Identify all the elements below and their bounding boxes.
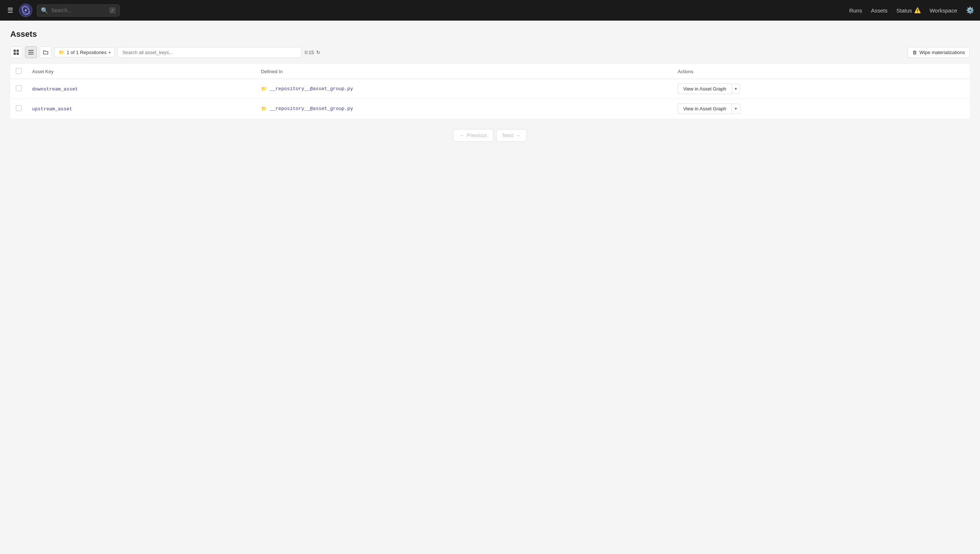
- nav-links: Runs Assets Status ⚠️ Workspace ⚙️: [849, 6, 974, 14]
- svg-rect-9: [28, 52, 34, 53]
- view-toggle-folder[interactable]: [40, 46, 51, 58]
- row-actions-0: View in Asset Graph ▾: [673, 79, 970, 99]
- menu-icon[interactable]: ☰: [6, 5, 15, 16]
- repo-filter-dropdown[interactable]: 📁 1 of 1 Repositories ▾: [54, 48, 115, 57]
- svg-rect-5: [17, 50, 19, 52]
- asset-key-link-0[interactable]: downstream_asset: [32, 86, 78, 92]
- row-checkbox-cell-1: [11, 99, 27, 119]
- refresh-icon[interactable]: ↻: [316, 50, 320, 55]
- view-asset-graph-button-1[interactable]: View in Asset Graph: [678, 103, 731, 114]
- action-dropdown-button-1[interactable]: ▾: [731, 104, 741, 114]
- folder-icon: 📁: [59, 50, 64, 55]
- search-input[interactable]: [51, 7, 106, 13]
- select-all-checkbox[interactable]: [16, 68, 22, 74]
- svg-point-3: [25, 9, 27, 11]
- logo: [19, 4, 32, 17]
- wipe-materializations-button[interactable]: 🗑 Wipe materializations: [908, 47, 970, 58]
- header-defined-in: Defined In: [256, 64, 673, 79]
- navbar: ☰ 🔍 / Runs Assets Status ⚠️ Workspace ⚙️: [0, 0, 980, 21]
- view-toggle-list[interactable]: [25, 46, 37, 58]
- row-asset-key-1: upstream_asset: [27, 99, 256, 119]
- row-actions-1: View in Asset Graph ▾: [673, 99, 970, 119]
- pagination: ← Previous Next →: [10, 129, 970, 142]
- header-asset-key: Asset Key: [27, 64, 256, 79]
- search-bar[interactable]: 🔍 /: [37, 5, 120, 17]
- asset-key-search[interactable]: [117, 47, 302, 58]
- page-content: Assets 📁 1 of 1 Repositories ▾ 0:15: [0, 21, 980, 150]
- svg-rect-8: [28, 50, 34, 51]
- row-defined-in-1: 📁 __repository__@asset_group.py: [256, 99, 673, 119]
- arrow-right-icon: →: [516, 132, 520, 138]
- arrow-left-icon: ←: [460, 132, 464, 138]
- svg-rect-6: [14, 53, 16, 55]
- timer-value: 0:15: [305, 50, 314, 55]
- previous-button[interactable]: ← Previous: [453, 129, 493, 142]
- header-checkbox-col: [11, 64, 27, 79]
- gear-icon[interactable]: ⚙️: [966, 6, 974, 14]
- header-actions: Actions: [673, 64, 970, 79]
- page-title: Assets: [10, 29, 970, 39]
- search-icon: 🔍: [41, 7, 48, 14]
- row-asset-key-0: downstream_asset: [27, 79, 256, 99]
- next-button[interactable]: Next →: [496, 129, 527, 142]
- svg-rect-4: [14, 50, 16, 52]
- nav-runs[interactable]: Runs: [849, 7, 862, 14]
- svg-rect-10: [28, 54, 34, 54]
- wipe-icon: 🗑: [912, 50, 917, 55]
- row-defined-in-0: 📁 __repository__@asset_group.py: [256, 79, 673, 99]
- row-checkbox-cell-0: [11, 79, 27, 99]
- repo-filter-label: 1 of 1 Repositories: [67, 50, 106, 55]
- asset-key-link-1[interactable]: upstream_asset: [32, 106, 72, 112]
- next-label: Next: [503, 132, 513, 138]
- row-checkbox-1[interactable]: [16, 105, 22, 111]
- previous-label: Previous: [467, 132, 487, 138]
- table-header-row: Asset Key Defined In Actions: [11, 64, 970, 79]
- search-kbd: /: [109, 7, 116, 14]
- folder-icon-0: 📁: [261, 86, 267, 92]
- repo-link-0[interactable]: __repository__@asset_group.py: [270, 86, 353, 92]
- assets-table: Asset Key Defined In Actions downstream_…: [10, 64, 970, 119]
- action-dropdown-button-0[interactable]: ▾: [731, 84, 741, 94]
- svg-rect-7: [17, 53, 19, 55]
- toolbar: 📁 1 of 1 Repositories ▾ 0:15 ↻ 🗑 Wipe ma…: [10, 46, 970, 58]
- row-checkbox-0[interactable]: [16, 85, 22, 91]
- table-row: downstream_asset 📁 __repository__@asset_…: [11, 79, 970, 99]
- table-row: upstream_asset 📁 __repository__@asset_gr…: [11, 99, 970, 119]
- view-toggle-grid[interactable]: [10, 46, 22, 58]
- status-label: Status: [897, 7, 912, 14]
- chevron-down-icon: ▾: [109, 50, 110, 54]
- warning-icon: ⚠️: [914, 7, 921, 14]
- view-asset-graph-button-0[interactable]: View in Asset Graph: [678, 83, 731, 94]
- nav-assets[interactable]: Assets: [871, 7, 887, 14]
- nav-workspace[interactable]: Workspace: [930, 7, 957, 14]
- wipe-label: Wipe materializations: [919, 50, 965, 55]
- refresh-timer: 0:15 ↻: [305, 50, 320, 55]
- nav-status[interactable]: Status ⚠️: [897, 7, 921, 14]
- folder-icon-1: 📁: [261, 106, 267, 111]
- repo-link-1[interactable]: __repository__@asset_group.py: [270, 106, 353, 111]
